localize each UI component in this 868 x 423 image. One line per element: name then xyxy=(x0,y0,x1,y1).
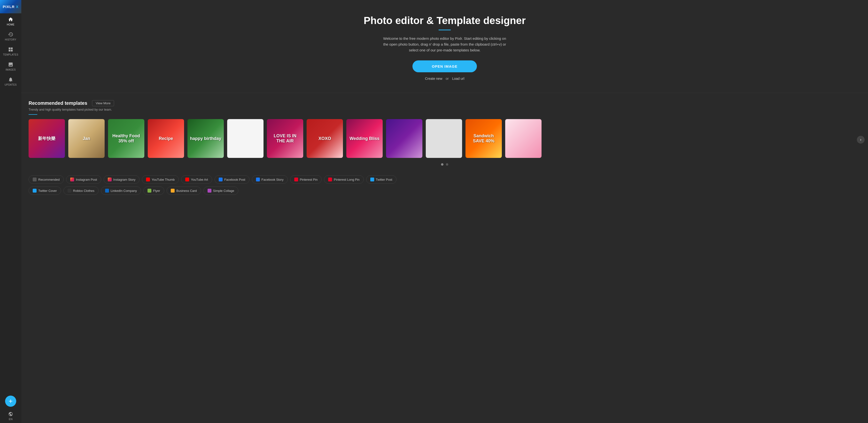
template-card-6[interactable] xyxy=(227,119,264,158)
hero-description: Welcome to the free modern photo editor … xyxy=(382,36,507,53)
chip-icon-recommended xyxy=(33,177,37,181)
chip-instagram-story[interactable]: Instagram Story xyxy=(104,175,140,184)
chip-icon-twitter-cover xyxy=(33,189,37,193)
chip-label-linkedin-company: LinkedIn Company xyxy=(111,189,137,193)
chip-icon-instagram-story xyxy=(108,177,112,181)
chip-icon-twitter-post xyxy=(370,177,374,181)
chip-icon-youtube-art xyxy=(185,177,189,181)
app-logo[interactable]: PIXLR X xyxy=(0,0,21,13)
language-selector[interactable]: EN xyxy=(8,409,13,423)
updates-icon xyxy=(8,77,13,82)
template-card-1[interactable]: 新年快樂 xyxy=(29,119,65,158)
chip-facebook-post[interactable]: Facebook Post xyxy=(215,175,249,184)
template-card-10[interactable] xyxy=(386,119,423,158)
chip-icon-pinterest-long-pin xyxy=(328,177,332,181)
sidebar-label-updates: UPDATES xyxy=(5,83,17,86)
templates-icon xyxy=(8,47,13,52)
chip-icon-flyer xyxy=(148,189,151,193)
chip-pinterest-long-pin[interactable]: Pinterest Long Pin xyxy=(324,175,364,184)
hero-section: Photo editor & Template designer Welcome… xyxy=(21,0,868,93)
chip-label-instagram-post: Instagram Post xyxy=(76,178,97,181)
chip-label-pinterest-long-pin: Pinterest Long Pin xyxy=(334,178,360,181)
chip-label-youtube-art: YouTube Art xyxy=(191,178,208,181)
chip-label-twitter-post: Twitter Post xyxy=(376,178,392,181)
chip-simple-collage[interactable]: Simple Collage xyxy=(204,187,238,195)
chip-icon-youtube-thumb xyxy=(146,177,150,181)
template-card-3[interactable]: Healthy Food 35% off xyxy=(108,119,144,158)
create-new-link[interactable]: Create new xyxy=(425,77,442,81)
template-card-12[interactable]: Sandwich SAVE 40% xyxy=(465,119,502,158)
hero-title: Photo editor & Template designer xyxy=(364,15,526,27)
view-more-button[interactable]: View More xyxy=(92,100,114,106)
templates-section: Recommended templates View More Trendy a… xyxy=(21,93,868,170)
template-card-2[interactable]: Jan xyxy=(68,119,104,158)
carousel-wrapper: 新年快樂JanHealthy Food 35% offRecipehappy b… xyxy=(29,119,861,160)
carousel-next-button[interactable]: › xyxy=(857,136,865,144)
section-underline xyxy=(29,114,37,115)
or-text: or xyxy=(445,77,448,81)
chip-business-card[interactable]: Business Card xyxy=(166,187,201,195)
load-url-link[interactable]: Load url xyxy=(452,77,465,81)
chip-label-roblox-clothes: Roblox Clothes xyxy=(73,189,94,193)
chip-flyer[interactable]: Flyer xyxy=(144,187,164,195)
sidebar-label-templates: TEMPLATES xyxy=(3,53,18,56)
sidebar-item-images[interactable]: IMAGES xyxy=(0,58,21,74)
sidebar: PIXLR X HOME HISTORY TEMPLATES IMAGES UP… xyxy=(0,0,21,423)
chip-label-instagram-story: Instagram Story xyxy=(113,178,135,181)
chip-icon-business-card xyxy=(171,189,175,193)
template-card-4[interactable]: Recipe xyxy=(148,119,184,158)
chip-twitter-post[interactable]: Twitter Post xyxy=(366,175,397,184)
chip-icon-pinterest-pin xyxy=(294,177,298,181)
template-card-7[interactable]: LOVE IS IN THE AIR xyxy=(267,119,303,158)
chip-pinterest-pin[interactable]: Pinterest Pin xyxy=(290,175,322,184)
globe-icon xyxy=(8,412,13,417)
chip-label-recommended: Recommended xyxy=(38,178,60,181)
categories-section: RecommendedInstagram PostInstagram Story… xyxy=(21,170,868,202)
chip-instagram-post[interactable]: Instagram Post xyxy=(66,175,101,184)
template-card-13[interactable] xyxy=(505,119,541,158)
sidebar-item-updates[interactable]: UPDATES xyxy=(0,74,21,88)
chip-recommended[interactable]: Recommended xyxy=(29,175,64,184)
dot-2[interactable] xyxy=(446,163,448,166)
sidebar-label-images: IMAGES xyxy=(6,68,16,71)
chip-youtube-art[interactable]: YouTube Art xyxy=(181,175,212,184)
chip-facebook-story[interactable]: Facebook Story xyxy=(252,175,288,184)
sidebar-label-home: HOME xyxy=(7,23,14,26)
history-icon xyxy=(8,32,13,37)
open-image-button[interactable]: OPEN IMAGE xyxy=(412,60,477,72)
section-title: Recommended templates xyxy=(29,101,87,106)
template-card-5[interactable]: happy birthday xyxy=(187,119,224,158)
chip-label-business-card: Business Card xyxy=(176,189,197,193)
chip-linkedin-company[interactable]: LinkedIn Company xyxy=(101,187,141,195)
chip-icon-facebook-story xyxy=(256,177,260,181)
chip-label-youtube-thumb: YouTube Thumb xyxy=(152,178,175,181)
chip-roblox-clothes[interactable]: Roblox Clothes xyxy=(63,187,99,195)
chips-row-2: Twitter CoverRoblox ClothesLinkedIn Comp… xyxy=(29,187,861,195)
dot-1[interactable] xyxy=(441,163,443,166)
logo-text: PIXLR X xyxy=(3,5,19,9)
chip-youtube-thumb[interactable]: YouTube Thumb xyxy=(142,175,179,184)
chip-label-simple-collage: Simple Collage xyxy=(213,189,234,193)
carousel-dots xyxy=(29,163,861,166)
chip-label-twitter-cover: Twitter Cover xyxy=(38,189,57,193)
chip-icon-instagram-post xyxy=(70,177,74,181)
sidebar-item-templates[interactable]: TEMPLATES xyxy=(0,44,21,58)
chips-row-1: RecommendedInstagram PostInstagram Story… xyxy=(29,175,861,184)
sidebar-item-home[interactable]: HOME xyxy=(0,13,21,28)
chip-label-pinterest-pin: Pinterest Pin xyxy=(300,178,318,181)
add-button[interactable]: + xyxy=(5,396,16,407)
hero-underline xyxy=(439,30,451,30)
language-label: EN xyxy=(9,418,12,421)
chip-icon-facebook-post xyxy=(219,177,223,181)
chip-label-facebook-story: Facebook Story xyxy=(261,178,284,181)
hero-actions: Create new or Load url xyxy=(425,77,465,81)
sidebar-label-history: HISTORY xyxy=(5,38,17,41)
chip-icon-simple-collage xyxy=(208,189,211,193)
home-icon xyxy=(8,17,13,22)
template-card-9[interactable]: Wedding Bliss xyxy=(346,119,383,158)
template-card-11[interactable] xyxy=(426,119,462,158)
template-card-8[interactable]: XOXO xyxy=(307,119,343,158)
images-icon xyxy=(8,62,13,67)
chip-twitter-cover[interactable]: Twitter Cover xyxy=(29,187,61,195)
sidebar-item-history[interactable]: HISTORY xyxy=(0,28,21,44)
